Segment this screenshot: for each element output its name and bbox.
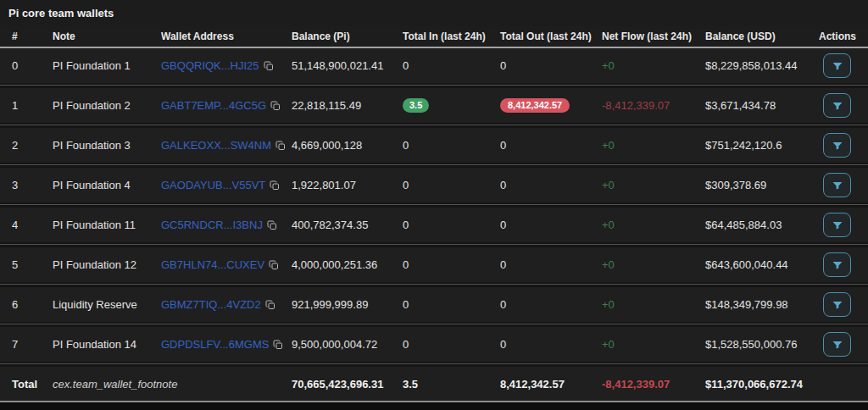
copy-icon[interactable] [270,101,281,111]
row-actions-button[interactable] [823,133,851,158]
balance-pi: 22,818,115.49 [292,99,403,112]
row-actions-button[interactable] [823,213,851,237]
row-index: 0 [12,59,53,72]
balance-pi: 51,148,900,021.41 [292,59,403,72]
wallet-address-link[interactable]: GBMZ7TIQ...4VZD2 [161,298,261,311]
balance-usd: $643,600,040.44 [705,258,819,271]
net-flow-24h: +0 [602,59,705,72]
copy-icon[interactable] [264,61,274,71]
row-actions-button[interactable] [823,173,851,197]
total-out-24h: 0 [500,298,602,311]
wallet-address-link[interactable]: GABT7EMP...4GC5G [161,99,266,112]
copy-icon[interactable] [265,300,275,310]
actions-cell [819,292,856,317]
balance-pi: 921,999,999.89 [292,298,403,311]
total-out-24h: 0 [500,219,602,231]
net-flow-24h: +0 [602,338,705,351]
column-header-total-out-last-24h: Total Out (last 24h) [500,30,602,42]
row-actions-button[interactable] [823,292,851,317]
actions-cell [819,332,856,357]
total-footnote: cex.team_wallet_footnote [53,378,161,391]
row-index: 2 [12,139,53,152]
total-out-24h: 0 [500,338,602,351]
wallet-address-link[interactable]: GB7HLN74...CUXEV [161,258,264,271]
wallet-address-cell: GC5RNDCR...I3BNJ [161,219,292,231]
table-row: 3PI Foundation 4GAODAYUB...V55VT1,922,80… [0,168,868,202]
total-out-24h: 0 [500,258,602,271]
table-row: 4PI Foundation 11GC5RNDCR...I3BNJ400,782… [0,208,868,242]
column-header-balance-pi: Balance (Pi) [292,30,403,42]
copy-icon[interactable] [273,340,283,350]
copy-icon[interactable] [267,220,277,230]
total-in-24h: 0 [403,59,500,72]
table-header: #NoteWallet AddressBalance (Pi)Total In … [0,26,868,48]
net-flow-24h: +0 [602,219,705,231]
column-header-net-flow-last-24h: Net Flow (last 24h) [602,30,705,42]
row-actions-button[interactable] [823,93,851,118]
total-out-24h: 8,412,342.57 [500,98,602,113]
row-separator [0,202,868,208]
balance-usd: $1,528,550,000.76 [705,338,819,351]
page-title: Pi core team wallets [0,0,868,26]
wallet-address-cell: GABT7EMP...4GC5G [161,99,292,112]
row-separator [0,282,868,287]
total-in-24h: 0 [403,258,500,271]
bottom-strip [0,402,868,410]
actions-cell [819,252,856,277]
wallet-address-cell: GB7HLN74...CUXEV [161,258,292,271]
actions-cell [819,133,856,158]
row-actions-button[interactable] [823,53,851,78]
total-row: Total cex.team_wallet_footnote 70,665,42… [0,367,868,402]
table-row: 7PI Foundation 14GDPDSLFV...6MGMS9,500,0… [0,327,868,362]
row-separator [0,123,868,128]
row-actions-button[interactable] [823,332,851,357]
column-header-total-in-last-24h: Total In (last 24h) [403,30,500,42]
table-row: 2PI Foundation 3GALKEOXX...SW4NM4,669,00… [0,128,868,163]
wallet-address-cell: GDPDSLFV...6MGMS [161,338,292,351]
balance-usd: $3,671,434.78 [705,99,819,112]
column-header-balance-usd: Balance (USD) [705,30,819,42]
row-separator [0,242,868,247]
row-separator [0,362,868,367]
column-header-: # [12,30,53,42]
wallet-address-link[interactable]: GC5RNDCR...I3BNJ [161,219,263,231]
balance-pi: 1,922,801.07 [292,179,403,191]
balance-pi: 4,669,000,128 [292,139,403,152]
column-header-actions: Actions [819,30,856,42]
wallets-page: Pi core team wallets #NoteWallet Address… [0,0,868,410]
total-out-24h: 0 [500,59,602,72]
wallet-note: Liquidity Reserve [53,298,161,311]
filter-dropdown-icon [832,221,843,230]
wallet-note: PI Foundation 14 [53,338,161,351]
row-index: 5 [12,258,53,271]
total-label: Total [12,378,53,391]
wallet-address-link[interactable]: GAODAYUB...V55VT [161,179,265,191]
copy-icon[interactable] [275,141,286,151]
balance-usd: $148,349,799.98 [705,298,819,311]
wallet-note: PI Foundation 4 [53,179,161,191]
total-out-badge: 8,412,342.57 [500,98,570,113]
table-row: 5PI Foundation 12GB7HLN74...CUXEV4,000,0… [0,247,868,282]
filter-dropdown-icon [832,341,843,349]
wallet-address-cell: GALKEOXX...SW4NM [161,139,292,152]
copy-icon[interactable] [269,260,279,270]
wallet-address-link[interactable]: GBQQRIQK...HJI25 [161,59,259,72]
total-in-24h: 3.5 [403,98,500,113]
net-flow-24h: +0 [602,179,705,191]
filter-dropdown-icon [832,62,843,70]
actions-cell [819,213,856,237]
balance-pi: 400,782,374.35 [292,219,403,231]
total-in-24h: 0 [403,179,500,191]
wallet-address-link[interactable]: GALKEOXX...SW4NM [161,139,271,152]
wallet-address-cell: GBMZ7TIQ...4VZD2 [161,298,292,311]
filter-dropdown-icon [832,261,843,269]
total-balance-usd: $11,370,066,672.74 [705,378,819,391]
wallet-address-link[interactable]: GDPDSLFV...6MGMS [161,338,269,351]
balance-pi: 4,000,000,251.36 [292,258,403,271]
total-in-24h: 0 [403,139,500,152]
copy-icon[interactable] [270,180,280,191]
row-index: 1 [12,99,53,112]
wallet-note: PI Foundation 11 [53,219,161,231]
row-index: 4 [12,219,53,231]
row-actions-button[interactable] [823,252,851,277]
